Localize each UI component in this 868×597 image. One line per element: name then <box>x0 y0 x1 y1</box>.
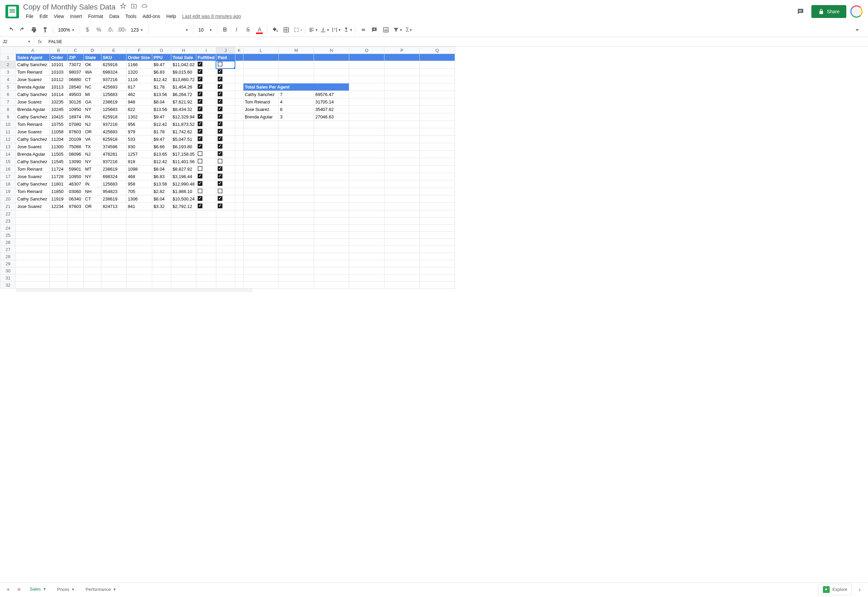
col-header-H[interactable]: H <box>171 47 196 54</box>
cell[interactable] <box>50 246 67 253</box>
cell[interactable] <box>16 253 50 260</box>
row-header-31[interactable]: 31 <box>0 275 16 282</box>
cell-sku[interactable]: 476281 <box>101 151 126 158</box>
checkbox-cell[interactable] <box>216 76 235 83</box>
cell-order[interactable]: 11850 <box>50 188 67 195</box>
checkbox-icon[interactable] <box>198 129 202 134</box>
cell[interactable] <box>171 210 196 217</box>
cell-zip[interactable]: 75088 <box>67 143 84 151</box>
cell[interactable] <box>216 239 235 246</box>
cell-total[interactable]: $2,792.12 <box>171 203 196 210</box>
cell[interactable] <box>16 217 50 224</box>
cell[interactable] <box>314 232 349 239</box>
cell[interactable] <box>419 136 455 143</box>
cell-state[interactable]: NY <box>84 106 101 113</box>
cell-zip[interactable]: 08096 <box>67 151 84 158</box>
cell[interactable] <box>419 239 455 246</box>
cell[interactable] <box>384 76 419 83</box>
cell-agent[interactable]: Jose Suarez <box>16 203 50 210</box>
checkbox-icon[interactable] <box>218 181 222 186</box>
cell[interactable] <box>243 210 278 217</box>
menu-view[interactable]: View <box>51 12 67 20</box>
cell[interactable] <box>384 188 419 195</box>
cell[interactable] <box>314 128 349 136</box>
checkbox-cell[interactable] <box>196 121 216 128</box>
col-header-G[interactable]: G <box>152 47 171 54</box>
sheet-tab-prices[interactable]: Prices ▼ <box>52 584 80 595</box>
cell[interactable] <box>384 83 419 91</box>
cell[interactable] <box>126 267 152 275</box>
cell[interactable] <box>349 54 384 61</box>
cell-state[interactable]: NJ <box>84 151 101 158</box>
cell-size[interactable]: 948 <box>126 98 152 106</box>
cell-ppu[interactable]: $2.82 <box>152 188 171 195</box>
cell[interactable] <box>314 173 349 180</box>
cell-agent[interactable]: Tom Reinard <box>16 188 50 195</box>
checkbox-icon[interactable] <box>218 122 222 126</box>
checkbox-icon[interactable] <box>218 196 222 201</box>
cell-order[interactable]: 10101 <box>50 61 67 68</box>
summary-title[interactable]: Total Sales Per Agent <box>243 83 349 91</box>
cell-size[interactable]: 817 <box>126 83 152 91</box>
menu-insert[interactable]: Insert <box>67 12 85 20</box>
cell[interactable] <box>384 253 419 260</box>
cell[interactable] <box>349 166 384 173</box>
document-title[interactable]: Copy of Monthly Sales Data <box>23 3 116 12</box>
col-header-M[interactable]: M <box>278 47 314 54</box>
row-header-6[interactable]: 6 <box>0 91 16 98</box>
cell-ppu[interactable]: $12.42 <box>152 76 171 83</box>
cell[interactable] <box>278 210 314 217</box>
cell[interactable] <box>235 267 243 275</box>
cell[interactable] <box>419 217 455 224</box>
cell[interactable] <box>243 128 278 136</box>
cell-ppu[interactable]: $1.78 <box>152 83 171 91</box>
cell[interactable] <box>243 68 278 76</box>
cell[interactable] <box>235 217 243 224</box>
cell[interactable] <box>243 173 278 180</box>
cell[interactable] <box>384 180 419 188</box>
cell[interactable] <box>101 210 126 217</box>
sheet-tab-sales[interactable]: Sales ▼ <box>24 584 52 595</box>
cell[interactable] <box>196 267 216 275</box>
cell[interactable] <box>84 282 101 289</box>
cell-agent[interactable]: Brenda Agular <box>16 106 50 113</box>
cell[interactable] <box>196 224 216 232</box>
checkbox-cell[interactable] <box>216 136 235 143</box>
cell-state[interactable]: NY <box>84 158 101 166</box>
cell[interactable] <box>235 282 243 289</box>
checkbox-cell[interactable] <box>196 158 216 166</box>
cell[interactable] <box>384 61 419 68</box>
cell-sku[interactable]: 625918 <box>101 113 126 121</box>
cell-ppu[interactable]: $1.78 <box>152 128 171 136</box>
cell[interactable] <box>152 232 171 239</box>
cell[interactable] <box>171 246 196 253</box>
cell[interactable] <box>235 246 243 253</box>
col-header-P[interactable]: P <box>384 47 419 54</box>
cell[interactable] <box>349 203 384 210</box>
cell[interactable] <box>235 210 243 217</box>
vertical-align-button[interactable]: ▼ <box>319 24 330 35</box>
cell[interactable] <box>349 188 384 195</box>
row-header-22[interactable]: 22 <box>0 210 16 217</box>
cell[interactable] <box>235 54 243 61</box>
cell[interactable] <box>67 246 84 253</box>
cell-zip[interactable]: 18974 <box>67 113 84 121</box>
cell[interactable] <box>235 158 243 166</box>
cell[interactable] <box>243 224 278 232</box>
cell-sku[interactable]: 937216 <box>101 76 126 83</box>
sheets-logo-icon[interactable] <box>6 5 19 18</box>
cell[interactable] <box>243 260 278 267</box>
cell[interactable] <box>349 76 384 83</box>
cell[interactable] <box>16 224 50 232</box>
summary-total[interactable]: 27046.63 <box>314 113 349 121</box>
summary-count[interactable]: 7 <box>278 91 314 98</box>
cell-size[interactable]: 1257 <box>126 151 152 158</box>
cell[interactable] <box>349 136 384 143</box>
cell[interactable] <box>235 143 243 151</box>
cell[interactable] <box>314 224 349 232</box>
select-all-corner[interactable] <box>0 47 16 54</box>
checkbox-cell[interactable] <box>196 143 216 151</box>
cell[interactable] <box>16 210 50 217</box>
header-cell[interactable]: SKU <box>101 54 126 61</box>
cell[interactable] <box>278 68 314 76</box>
